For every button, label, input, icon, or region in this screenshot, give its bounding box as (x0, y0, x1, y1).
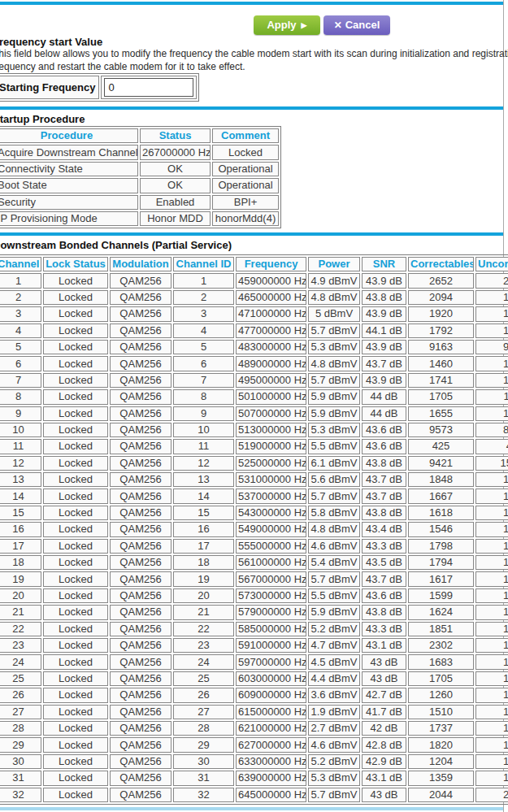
table-cell: Locked (43, 638, 108, 653)
table-cell: 3.6 dBmV (308, 688, 360, 702)
starting-frequency-input[interactable] (104, 78, 193, 97)
table-cell: QAM256 (110, 423, 172, 437)
table-cell: 32 (0, 788, 41, 802)
table-cell: 18 (0, 555, 41, 570)
table-cell: 8 (173, 389, 234, 404)
table-row: 27LockedQAM25627615000000 Hz1.9 dBmV41.7… (0, 705, 508, 719)
table-cell: 2652 (408, 273, 474, 288)
table-cell: 4.9 dBmV (308, 273, 360, 288)
table-cell: 525000000 Hz (236, 456, 306, 471)
table-cell: Locked (43, 506, 108, 520)
table-cell: Locked (43, 771, 108, 785)
cancel-button[interactable]: ✕Cancel (323, 15, 390, 35)
table-cell: 9 (173, 406, 234, 421)
table-cell: Locked (43, 373, 108, 388)
table-cell: 4.4 dBmV (308, 671, 360, 686)
table-cell: Locked (43, 406, 108, 421)
table-cell: 27 (173, 705, 234, 719)
table-cell: 2302 (408, 638, 474, 653)
table-cell: IP Provisioning Mode (0, 211, 138, 226)
table-cell: Locked (212, 145, 279, 159)
table-cell: 43.9 dB (362, 340, 406, 354)
table-cell: 23 (0, 638, 41, 653)
table-cell: QAM256 (110, 472, 172, 487)
table-cell: QAM256 (110, 721, 172, 736)
table-cell: 627000000 Hz (236, 737, 306, 752)
table-cell: 9 (0, 406, 41, 421)
table-cell: QAM256 (110, 622, 172, 636)
table-cell: 43.3 dB (362, 539, 406, 554)
table-cell: 21 (0, 605, 41, 619)
table-cell: QAM256 (110, 588, 172, 603)
table-cell: 1768 (475, 721, 508, 736)
table-cell: 16 (0, 522, 41, 536)
table-cell: 507000000 Hz (236, 406, 306, 421)
table-cell: 1474 (475, 688, 508, 702)
table-cell: 1686 (475, 472, 508, 487)
table-cell: Locked (43, 489, 108, 503)
table-cell: 543000000 Hz (236, 506, 306, 520)
table-cell: QAM256 (110, 654, 172, 669)
table-cell: 43.7 dB (362, 489, 406, 503)
table-cell: 25 (173, 671, 234, 686)
section-divider (0, 106, 503, 110)
table-row: 9LockedQAM2569507000000 Hz5.9 dBmV44 dB1… (0, 406, 508, 421)
table-cell: Locked (43, 654, 108, 669)
table-cell: QAM256 (110, 788, 172, 802)
table-cell: 1705 (408, 389, 474, 404)
table-row: 12LockedQAM25612525000000 Hz6.1 dBmV43.8… (0, 456, 508, 471)
table-cell: 31 (173, 771, 234, 785)
table-cell: 43.8 dB (362, 605, 406, 619)
table-cell: 43.7 dB (362, 571, 406, 586)
table-cell: 43.3 dB (362, 622, 406, 636)
column-header: Correctables (408, 257, 474, 271)
column-header: SNR (362, 257, 406, 271)
table-cell: QAM256 (110, 638, 172, 653)
startup-section-title: Startup Procedure (0, 113, 85, 125)
table-cell: 27 (0, 705, 41, 719)
table-cell: 26 (173, 688, 234, 702)
table-cell: 44 dB (362, 389, 406, 404)
table-row: IP Provisioning ModeHonor MDDhonorMdd(4) (0, 211, 279, 226)
table-cell: 1401 (475, 356, 508, 371)
section-divider-top (0, 2, 503, 5)
table-cell: 43.1 dB (362, 771, 406, 785)
table-cell: 5.3 dBmV (308, 771, 360, 785)
table-cell: Locked (43, 306, 108, 321)
section-divider (0, 232, 503, 236)
table-cell: Enabled (140, 195, 211, 210)
table-cell: 1704 (475, 323, 508, 338)
table-cell: 43.8 dB (362, 290, 406, 305)
table-cell: QAM256 (110, 771, 172, 785)
table-cell: 43.8 dB (362, 456, 406, 471)
table-cell: Locked (43, 721, 108, 736)
table-cell: QAM256 (110, 456, 172, 471)
table-cell: 19 (173, 571, 234, 586)
column-header: Channel (0, 257, 41, 271)
table-cell: 1794 (408, 555, 474, 570)
table-cell: QAM256 (110, 705, 172, 719)
table-cell: 12 (0, 456, 41, 471)
table-cell: 20 (0, 588, 41, 603)
table-cell: 22 (173, 622, 234, 636)
table-cell: 531000000 Hz (236, 472, 306, 487)
table-cell: 32 (173, 788, 234, 802)
table-cell: 13 (173, 472, 234, 487)
table-cell: 1599 (408, 588, 474, 603)
table-row: 1LockedQAM2561459000000 Hz4.9 dBmV43.9 d… (0, 273, 508, 288)
table-cell: Boot State (0, 178, 138, 193)
table-cell: 42 dB (362, 721, 406, 736)
table-cell: 1798 (408, 539, 474, 554)
table-cell: 5.2 dBmV (308, 754, 360, 769)
table-row: 28LockedQAM25628621000000 Hz2.7 dBmV42 d… (0, 721, 508, 736)
table-cell: 5.7 dBmV (308, 323, 360, 338)
table-cell: Locked (43, 605, 108, 619)
table-row: 22LockedQAM25622585000000 Hz5.2 dBmV43.3… (0, 622, 508, 636)
table-row: 18LockedQAM25618561000000 Hz5.4 dBmV43.5… (0, 555, 508, 570)
table-cell: 19 (0, 571, 41, 586)
apply-button[interactable]: Apply▶ (254, 15, 320, 35)
table-cell: 465000000 Hz (236, 290, 306, 305)
table-cell: 4.6 dBmV (308, 737, 360, 752)
table-cell: 5.4 dBmV (308, 555, 360, 570)
table-cell: 579000000 Hz (236, 605, 306, 619)
